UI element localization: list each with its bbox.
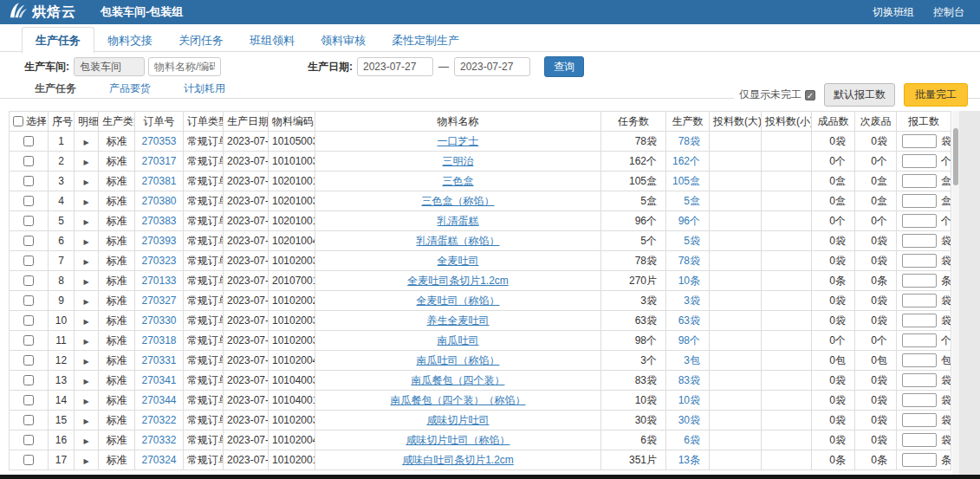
order-number-link[interactable]: 270393: [135, 231, 184, 251]
expand-arrow-icon[interactable]: ▶: [83, 159, 88, 166]
vertical-scrollbar[interactable]: [952, 111, 959, 476]
expand-arrow-icon[interactable]: ▶: [83, 437, 88, 445]
subtab-1[interactable]: 生产任务: [26, 76, 85, 100]
material-name-link[interactable]: 咸味切片吐司（称馅）: [315, 430, 601, 450]
expand-arrow-icon[interactable]: ▶: [83, 178, 88, 186]
report-qty-input[interactable]: [902, 194, 937, 208]
expand-arrow-icon[interactable]: ▶: [83, 338, 88, 346]
row-select-checkbox[interactable]: [23, 315, 34, 326]
select-all-checkbox[interactable]: [13, 116, 23, 126]
material-name-link[interactable]: 三色盒: [315, 172, 601, 191]
date-to-input[interactable]: [454, 57, 530, 76]
row-select-checkbox[interactable]: [23, 415, 34, 425]
expand-arrow-icon[interactable]: ▶: [83, 278, 88, 286]
material-name-link[interactable]: 三色盒（称馅）: [315, 191, 601, 211]
expand-arrow-icon[interactable]: ▶: [83, 318, 88, 326]
order-number-link[interactable]: 270381: [135, 172, 184, 191]
report-qty-input[interactable]: [902, 174, 937, 188]
expand-arrow-icon[interactable]: ▶: [83, 418, 88, 425]
report-qty-input[interactable]: [902, 333, 937, 347]
date-from-input[interactable]: [357, 57, 433, 76]
order-number-link[interactable]: 270344: [135, 391, 184, 411]
order-number-link[interactable]: 270332: [135, 430, 184, 450]
material-name-link[interactable]: 南瓜吐司（称馅）: [315, 351, 601, 371]
order-number-link[interactable]: 270324: [135, 450, 184, 470]
only-unfinished-toggle[interactable]: 仅显示未完工 ✓: [739, 87, 815, 102]
expand-arrow-icon[interactable]: ▶: [83, 398, 88, 405]
row-select-checkbox[interactable]: [23, 395, 34, 405]
material-name-link[interactable]: 咸味白吐司条切片1.2cm: [315, 450, 601, 470]
material-name-link[interactable]: 全麦吐司（称馅）: [315, 291, 601, 311]
console-link[interactable]: 控制台: [933, 5, 964, 20]
tab-3[interactable]: 关闭任务: [165, 28, 237, 53]
order-number-link[interactable]: 270353: [135, 132, 184, 152]
material-name-link[interactable]: 咸味切片吐司: [315, 411, 601, 430]
row-select-checkbox[interactable]: [23, 236, 34, 246]
material-name-link[interactable]: 三明治: [315, 152, 601, 172]
expand-arrow-icon[interactable]: ▶: [83, 457, 88, 465]
material-name-link[interactable]: 全麦吐司: [315, 251, 601, 271]
order-number-link[interactable]: 270323: [135, 251, 184, 271]
order-number-link[interactable]: 270341: [135, 371, 184, 391]
report-qty-input[interactable]: [902, 274, 937, 288]
row-select-checkbox[interactable]: [23, 176, 34, 186]
row-select-checkbox[interactable]: [23, 295, 34, 306]
report-qty-input[interactable]: [902, 353, 937, 367]
row-select-checkbox[interactable]: [23, 435, 34, 445]
expand-arrow-icon[interactable]: ▶: [83, 139, 88, 146]
report-qty-input[interactable]: [902, 433, 937, 447]
expand-arrow-icon[interactable]: ▶: [83, 218, 88, 226]
order-number-link[interactable]: 270383: [135, 211, 184, 231]
tab-6[interactable]: 柔性定制生产: [379, 28, 472, 53]
row-select-checkbox[interactable]: [23, 275, 34, 286]
expand-arrow-icon[interactable]: ▶: [83, 198, 88, 206]
expand-arrow-icon[interactable]: ▶: [83, 358, 88, 366]
tab-2[interactable]: 物料交接: [94, 28, 165, 53]
default-report-qty-button[interactable]: 默认报工数: [824, 83, 895, 107]
order-number-link[interactable]: 270380: [135, 191, 184, 211]
expand-arrow-icon[interactable]: ▶: [83, 298, 88, 306]
material-name-link[interactable]: 南瓜吐司: [315, 331, 601, 351]
order-number-link[interactable]: 270327: [135, 291, 184, 311]
material-name-link[interactable]: 一口芝士: [315, 132, 601, 152]
order-number-link[interactable]: 270133: [135, 271, 184, 291]
report-qty-input[interactable]: [902, 413, 937, 427]
row-select-checkbox[interactable]: [23, 455, 34, 465]
order-number-link[interactable]: 270331: [135, 351, 184, 371]
material-search-input[interactable]: [148, 57, 221, 76]
report-qty-input[interactable]: [902, 294, 937, 307]
report-qty-input[interactable]: [902, 154, 937, 168]
row-select-checkbox[interactable]: [23, 375, 34, 385]
subtab-3[interactable]: 计划耗用: [175, 76, 234, 100]
row-select-checkbox[interactable]: [23, 136, 34, 146]
order-number-link[interactable]: 270322: [135, 411, 184, 430]
report-qty-input[interactable]: [902, 214, 937, 228]
scrollbar-thumb[interactable]: [953, 128, 958, 185]
report-qty-input[interactable]: [902, 393, 937, 407]
expand-arrow-icon[interactable]: ▶: [83, 258, 88, 266]
report-qty-input[interactable]: [902, 134, 937, 148]
material-name-link[interactable]: 乳清蛋糕（称馅）: [315, 231, 601, 251]
material-name-link[interactable]: 南瓜餐包（四个装）（称馅）: [315, 391, 601, 411]
row-select-checkbox[interactable]: [23, 216, 34, 226]
material-name-link[interactable]: 养生全麦吐司: [315, 311, 601, 331]
material-name-link[interactable]: 全麦吐司条切片1.2cm: [315, 271, 601, 291]
row-select-checkbox[interactable]: [23, 196, 34, 206]
tab-5[interactable]: 领料审核: [308, 28, 379, 53]
row-select-checkbox[interactable]: [23, 335, 34, 346]
report-qty-input[interactable]: [902, 254, 937, 268]
expand-arrow-icon[interactable]: ▶: [83, 378, 88, 385]
order-number-link[interactable]: 270318: [135, 331, 184, 351]
report-qty-input[interactable]: [902, 314, 937, 327]
order-number-link[interactable]: 270330: [135, 311, 184, 331]
row-select-checkbox[interactable]: [23, 355, 34, 366]
tab-1[interactable]: 生产任务: [22, 27, 94, 54]
expand-arrow-icon[interactable]: ▶: [83, 238, 88, 246]
subtab-2[interactable]: 产品要货: [101, 76, 159, 100]
report-qty-input[interactable]: [902, 453, 937, 467]
report-qty-input[interactable]: [902, 234, 937, 248]
switch-team-link[interactable]: 切换班组: [873, 5, 914, 20]
material-name-link[interactable]: 南瓜餐包（四个装）: [315, 371, 601, 391]
row-select-checkbox[interactable]: [23, 256, 34, 266]
tab-4[interactable]: 班组领料: [237, 28, 308, 53]
